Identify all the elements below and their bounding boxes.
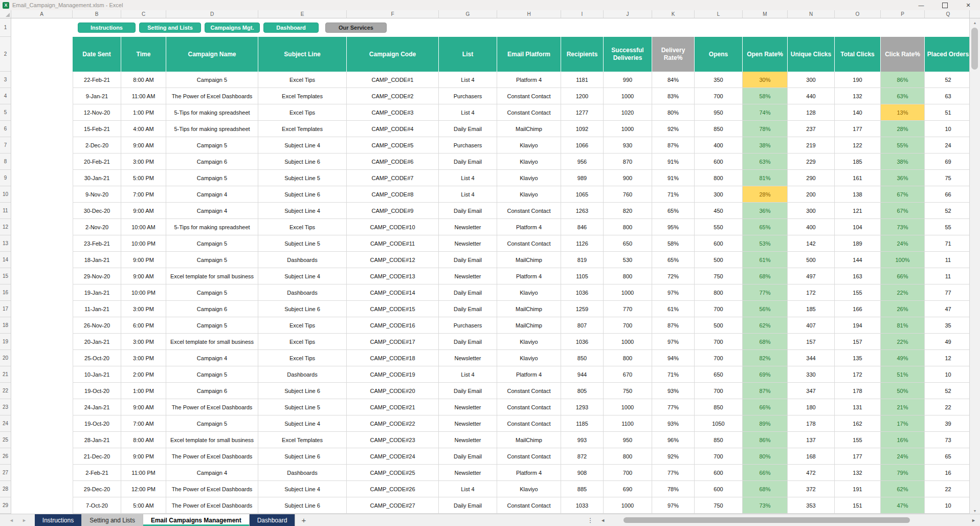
cell[interactable]: 29-Dec-20: [73, 481, 121, 497]
more-options-icon[interactable]: ⋮: [587, 517, 593, 524]
column-header-N[interactable]: N: [788, 10, 835, 18]
cell[interactable]: Campaign 5: [166, 415, 258, 432]
cell[interactable]: 96%: [652, 432, 695, 448]
cell[interactable]: Newsletter: [439, 415, 497, 432]
cell[interactable]: Subject Line 6: [258, 383, 347, 399]
column-a-cell[interactable]: [11, 350, 73, 366]
cell[interactable]: CAMP_CODE#6: [347, 154, 439, 170]
cell[interactable]: 3:00 PM: [121, 350, 166, 366]
row-header-7[interactable]: 7: [0, 137, 11, 154]
cell[interactable]: Subject Line 4: [258, 481, 347, 497]
row-header-15[interactable]: 15: [0, 268, 11, 284]
column-a-cell[interactable]: [11, 465, 73, 481]
column-a-cell[interactable]: [11, 137, 73, 154]
cell[interactable]: Dashboards: [258, 284, 347, 301]
cell[interactable]: 600: [695, 481, 743, 497]
column-a-cell[interactable]: [11, 104, 73, 121]
cell[interactable]: 850: [695, 399, 743, 415]
cell[interactable]: Dashboards: [258, 252, 347, 268]
table-header-recipients[interactable]: Recipients: [561, 37, 604, 72]
table-header-opens[interactable]: Opens: [695, 37, 743, 72]
cell[interactable]: 81%: [743, 170, 788, 186]
cell[interactable]: 1036: [561, 334, 604, 350]
cell[interactable]: 66: [925, 186, 969, 203]
cell[interactable]: 84%: [652, 72, 695, 88]
cell[interactable]: 157: [788, 334, 835, 350]
cell[interactable]: CAMP_CODE#26: [347, 481, 439, 497]
cell[interactable]: 1036: [561, 284, 604, 301]
cell[interactable]: 22: [925, 481, 969, 497]
cell[interactable]: 69%: [743, 366, 788, 383]
cell[interactable]: 7:00 PM: [121, 186, 166, 203]
cell[interactable]: 750: [695, 497, 743, 514]
cell[interactable]: Subject Line 4: [258, 203, 347, 219]
cell[interactable]: 92%: [652, 448, 695, 465]
cell[interactable]: 91%: [652, 154, 695, 170]
row-header-27[interactable]: 27: [0, 465, 11, 481]
cell[interactable]: 200: [788, 186, 835, 203]
cell[interactable]: Subject Line 6: [258, 497, 347, 514]
cell[interactable]: Subject Line 6: [258, 154, 347, 170]
cell[interactable]: 450: [695, 203, 743, 219]
cell[interactable]: 1185: [561, 415, 604, 432]
cell[interactable]: 4:00 AM: [121, 121, 166, 137]
cell[interactable]: 87%: [743, 383, 788, 399]
cell[interactable]: Subject Line 4: [258, 268, 347, 284]
cell[interactable]: Newsletter: [439, 268, 497, 284]
cell[interactable]: CAMP_CODE#23: [347, 432, 439, 448]
cell[interactable]: Platform 4: [497, 366, 561, 383]
nav-button-campaigns-mgt[interactable]: Campaigns Mgt.: [205, 23, 260, 33]
cell[interactable]: Subject Line 5: [258, 399, 347, 415]
cell[interactable]: 700: [604, 317, 652, 334]
select-all-corner[interactable]: [0, 10, 11, 18]
cell[interactable]: 69: [925, 154, 969, 170]
cell[interactable]: 9-Nov-20: [73, 186, 121, 203]
cell[interactable]: 142: [788, 235, 835, 252]
cell[interactable]: 82%: [743, 350, 788, 366]
cell[interactable]: 850: [561, 350, 604, 366]
column-header-D[interactable]: D: [166, 10, 258, 18]
cell[interactable]: 700: [695, 88, 743, 104]
cell[interactable]: 30-Jan-21: [73, 170, 121, 186]
cell[interactable]: 1293: [561, 399, 604, 415]
cell[interactable]: Constant Contact: [497, 235, 561, 252]
cell[interactable]: 121: [835, 203, 881, 219]
column-a-cell[interactable]: [11, 432, 73, 448]
cell[interactable]: 19-Jan-21: [73, 284, 121, 301]
cell[interactable]: 8:00 AM: [121, 432, 166, 448]
cell[interactable]: 805: [561, 383, 604, 399]
nav-button-dashboard[interactable]: Dashboard: [263, 23, 319, 33]
column-header-G[interactable]: G: [439, 10, 497, 18]
cell[interactable]: 144: [835, 252, 881, 268]
table-header-date-sent[interactable]: Date Sent: [73, 37, 121, 72]
cell[interactable]: Excel Tips: [258, 219, 347, 235]
cell[interactable]: The Power of Excel Dashboards: [166, 88, 258, 104]
table-header-click-rate[interactable]: Click Rate%: [881, 37, 925, 72]
cell[interactable]: 950: [695, 104, 743, 121]
cell[interactable]: Klaviyo: [497, 186, 561, 203]
sheet-tab-instructions[interactable]: Instructions: [35, 514, 82, 526]
cell[interactable]: CAMP_CODE#7: [347, 170, 439, 186]
table-header-successful-deliveries[interactable]: Successful Deliveries: [604, 37, 652, 72]
cell[interactable]: 500: [695, 252, 743, 268]
cell[interactable]: 24%: [881, 448, 925, 465]
cell[interactable]: 344: [788, 350, 835, 366]
cell[interactable]: Constant Contact: [497, 383, 561, 399]
cell[interactable]: 55%: [881, 137, 925, 154]
cell[interactable]: 10:00 PM: [121, 284, 166, 301]
cell[interactable]: Constant Contact: [497, 104, 561, 121]
table-header-total-clicks[interactable]: Total Clicks: [835, 37, 881, 72]
cell[interactable]: Platform 4: [497, 219, 561, 235]
cell[interactable]: List 4: [439, 170, 497, 186]
sheet-tab-dashboard[interactable]: Dashboard: [250, 514, 296, 526]
cell[interactable]: MailChimp: [497, 301, 561, 317]
cell[interactable]: 819: [561, 252, 604, 268]
table-header-subject-line[interactable]: Subject Line: [258, 37, 347, 72]
cell[interactable]: 900: [604, 170, 652, 186]
cell[interactable]: Campaign 5: [166, 317, 258, 334]
cell[interactable]: Daily Email: [439, 154, 497, 170]
cell[interactable]: 80%: [652, 104, 695, 121]
cell[interactable]: Campaign 5: [166, 72, 258, 88]
cell[interactable]: List 4: [439, 104, 497, 121]
column-a-cell[interactable]: [11, 186, 73, 203]
